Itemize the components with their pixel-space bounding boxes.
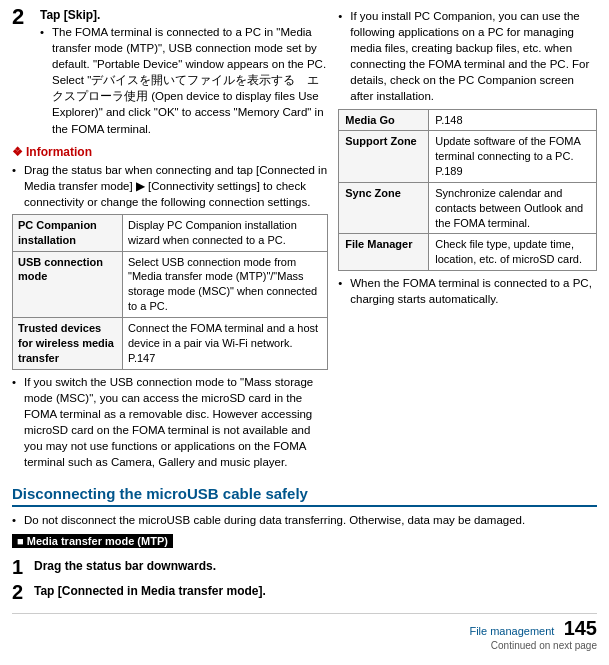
right-table-value-1: P.148 [429, 109, 597, 131]
footer-page-number: 145 [564, 617, 597, 640]
table-row: Trusted devices for wireless media trans… [13, 318, 328, 370]
right-bullet-1: If you install PC Companion, you can use… [338, 8, 597, 105]
inner-table-body: PC Companion installation Display PC Com… [13, 214, 328, 369]
step-2-number: 2 [12, 6, 40, 28]
final-step-1-number: 1 [12, 556, 34, 578]
table-cell-label-2: USB connection mode [13, 251, 123, 317]
inner-table: PC Companion installation Display PC Com… [12, 214, 328, 370]
table-row: PC Companion installation Display PC Com… [13, 214, 328, 251]
right-bullets-2: When the FOMA terminal is connected to a… [338, 275, 597, 307]
right-table-label-2: Support Zone [339, 131, 429, 183]
right-bullet-2: When the FOMA terminal is connected to a… [338, 275, 597, 307]
right-table-label-4: File Manager [339, 234, 429, 271]
right-table-body: Media Go P.148 Support Zone Update softw… [339, 109, 597, 271]
info-bullet-2-text: If you switch the USB connection mode to… [24, 376, 313, 468]
table-cell-value-2: Select USB connection mode from "Media t… [123, 251, 328, 317]
right-table-value-4: Check file type, update time, location, … [429, 234, 597, 271]
info-bullet-1: Drag the status bar when connecting and … [12, 162, 328, 210]
disconnect-heading: Disconnecting the microUSB cable safely [12, 484, 597, 507]
table-cell-value-1: Display PC Companion installation wizard… [123, 214, 328, 251]
footer-bar: File management 145 Continued on next pa… [12, 613, 597, 651]
step-2-bullets: The FOMA terminal is connected to a PC i… [40, 24, 328, 137]
information-section: Information Drag the status bar when con… [12, 145, 328, 470]
right-table: Media Go P.148 Support Zone Update softw… [338, 109, 597, 272]
info-bullet-2: If you switch the USB connection mode to… [12, 374, 328, 471]
step-2-bullet-1: The FOMA terminal is connected to a PC i… [40, 24, 328, 137]
step-2-content: Tap [Skip]. The FOMA terminal is connect… [40, 8, 328, 139]
step-2-bullet-1-text: The FOMA terminal is connected to a PC i… [52, 26, 326, 135]
right-bullet-1-text: If you install PC Companion, you can use… [350, 10, 589, 102]
info-bullet-1-text: Drag the status bar when connecting and … [24, 164, 327, 208]
right-table-label-3: Sync Zone [339, 182, 429, 234]
table-cell-value-3: Connect the FOMA terminal and a host dev… [123, 318, 328, 370]
disconnect-bullets: Do not disconnect the microUSB cable dur… [12, 512, 597, 528]
info-bullets-2: If you switch the USB connection mode to… [12, 374, 328, 471]
final-step-2: 2 Tap [Connected in Media transfer mode]… [12, 581, 597, 603]
table-cell-label-3: Trusted devices for wireless media trans… [13, 318, 123, 370]
black-box-label: ■ Media transfer mode (MTP) [12, 534, 173, 548]
black-box-container: ■ Media transfer mode (MTP) [12, 534, 597, 552]
right-table-value-3: Synchronize calendar and contacts betwee… [429, 182, 597, 234]
final-step-1: 1 Drag the status bar downwards. [12, 556, 597, 578]
japanese-text: デバイスを開いてファイルを表示する エクスプローラ使用 [52, 74, 319, 102]
final-step-2-number: 2 [12, 581, 34, 603]
table-row: File Manager Check file type, update tim… [339, 234, 597, 271]
info-bullets: Drag the status bar when connecting and … [12, 162, 328, 210]
right-column: If you install PC Companion, you can use… [338, 8, 597, 476]
table-row: Sync Zone Synchronize calendar and conta… [339, 182, 597, 234]
information-header: Information [12, 145, 328, 159]
table-row: Media Go P.148 [339, 109, 597, 131]
table-row: USB connection mode Select USB connectio… [13, 251, 328, 317]
black-box-icon: ■ [17, 535, 24, 547]
final-step-1-text: Drag the status bar downwards. [34, 556, 597, 575]
right-bullets-1: If you install PC Companion, you can use… [338, 8, 597, 105]
final-step-2-text: Tap [Connected in Media transfer mode]. [34, 581, 597, 600]
step-2-title: Tap [Skip]. [40, 8, 328, 22]
table-row: Support Zone Update software of the FOMA… [339, 131, 597, 183]
footer-continued: Continued on next page [469, 640, 597, 651]
disconnect-bullet-text: Do not disconnect the microUSB cable dur… [24, 514, 525, 526]
step-2-block: 2 Tap [Skip]. The FOMA terminal is conne… [12, 8, 328, 139]
black-box-text: Media transfer mode (MTP) [27, 535, 168, 547]
right-bullet-2-text: When the FOMA terminal is connected to a… [350, 277, 592, 305]
right-table-label-1: Media Go [339, 109, 429, 131]
right-table-value-2: Update software of the FOMA terminal con… [429, 131, 597, 183]
disconnect-bullet: Do not disconnect the microUSB cable dur… [12, 512, 597, 528]
page-container: 2 Tap [Skip]. The FOMA terminal is conne… [0, 0, 609, 659]
table-cell-label-1: PC Companion installation [13, 214, 123, 251]
footer-right: File management 145 Continued on next pa… [469, 617, 597, 651]
main-two-col: 2 Tap [Skip]. The FOMA terminal is conne… [12, 8, 597, 476]
final-steps: 1 Drag the status bar downwards. 2 Tap [… [12, 556, 597, 603]
left-column: 2 Tap [Skip]. The FOMA terminal is conne… [12, 8, 328, 476]
footer-category: File management [469, 625, 554, 637]
